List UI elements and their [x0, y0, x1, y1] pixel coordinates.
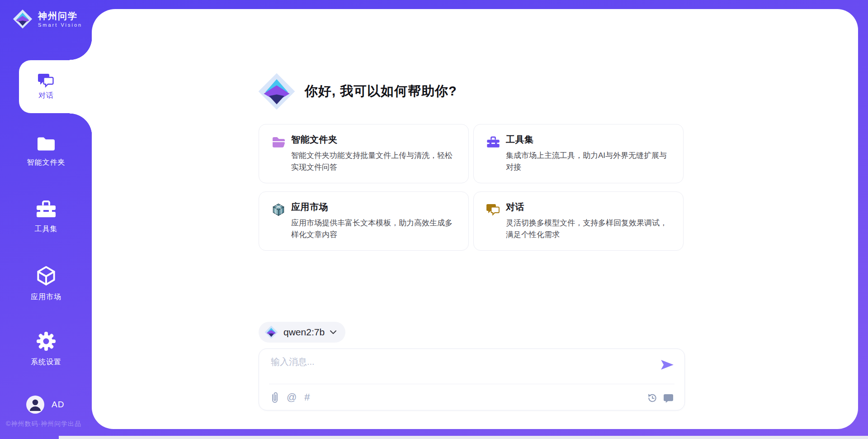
copyright-text: ©神州数码·神州问学出品: [6, 420, 81, 428]
model-selector[interactable]: qwen2:7b: [259, 322, 345, 343]
history-icon[interactable]: [647, 393, 657, 403]
card-description: 应用市场提供丰富长文本模板，助力高效生成多样化文章内容: [291, 217, 456, 241]
briefcase-icon: [486, 135, 500, 149]
chat-bubbles-icon: [486, 203, 500, 216]
app-root: 神州问学 Smart Vision 对话 智能文件夹 工具集: [0, 0, 868, 439]
greeting: 你好, 我可以如何帮助你?: [258, 72, 457, 110]
mention-icon[interactable]: @: [287, 392, 297, 403]
brand-logo: 神州问学 Smart Vision: [13, 9, 82, 29]
greeting-title: 你好, 我可以如何帮助你?: [305, 82, 457, 100]
sidebar-item-label: 对话: [38, 91, 54, 100]
message-composer: @ #: [259, 348, 685, 410]
brand-diamond-icon: [13, 9, 33, 29]
send-icon[interactable]: [660, 358, 675, 371]
card-title: 对话: [506, 201, 670, 213]
brand-name: 神州问学: [38, 10, 82, 21]
message-input[interactable]: [271, 356, 651, 381]
composer-divider: [269, 384, 675, 384]
sidebar-item-settings[interactable]: 系统设置: [0, 331, 92, 367]
sidebar-item-smart-folder[interactable]: 智能文件夹: [0, 135, 92, 167]
folder-icon: [36, 135, 57, 152]
assistant-diamond-icon: [258, 72, 296, 110]
card-app-market[interactable]: 应用市场 应用市场提供丰富长文本模板，助力高效生成多样化文章内容: [259, 191, 469, 251]
feedback-bubble-icon[interactable]: [663, 393, 674, 403]
gear-icon: [36, 331, 57, 352]
sidebar-item-label: 应用市场: [0, 292, 92, 302]
card-description: 智能文件夹功能支持批量文件上传与清洗，轻松实现文件问答: [291, 150, 456, 173]
folder-open-icon: [272, 135, 285, 149]
cube-grid-icon: [272, 203, 285, 216]
avatar: [26, 396, 44, 414]
cube-icon: [36, 265, 57, 286]
user-account[interactable]: AD: [26, 396, 64, 414]
feature-cards: 智能文件夹 智能文件夹功能支持批量文件上传与清洗，轻松实现文件问答 工具集 集成…: [259, 124, 684, 251]
chat-bubbles-icon: [38, 73, 54, 88]
sidebar-item-label: 系统设置: [0, 358, 92, 367]
card-title: 工具集: [506, 134, 670, 146]
horizontal-scrollbar[interactable]: [59, 436, 868, 439]
attachment-icon[interactable]: [271, 391, 279, 403]
card-title: 应用市场: [291, 201, 456, 213]
user-name: AD: [52, 400, 64, 410]
chevron-down-icon: [330, 330, 336, 334]
sidebar-item-app-market[interactable]: 应用市场: [0, 265, 92, 302]
model-name: qwen2:7b: [283, 327, 325, 338]
sidebar-item-toolset[interactable]: 工具集: [0, 200, 92, 234]
card-chat[interactable]: 对话 灵活切换多模型文件，支持多样回复效果调试，满足个性化需求: [473, 191, 684, 251]
card-description: 灵活切换多模型文件，支持多样回复效果调试，满足个性化需求: [506, 217, 670, 241]
card-smart-folder[interactable]: 智能文件夹 智能文件夹功能支持批量文件上传与清洗，轻松实现文件问答: [259, 124, 469, 183]
model-diamond-icon: [264, 325, 278, 339]
sidebar-item-label: 工具集: [0, 224, 92, 234]
sidebar-item-label: 智能文件夹: [0, 158, 92, 167]
topic-icon[interactable]: #: [304, 392, 310, 403]
tab-curve-top: [70, 38, 93, 60]
card-toolset[interactable]: 工具集 集成市场上主流工具，助力AI与外界无缝扩展与对接: [473, 124, 684, 183]
briefcase-icon: [36, 200, 57, 219]
brand-subtitle: Smart Vision: [38, 22, 82, 28]
sidebar-item-chat[interactable]: 对话: [19, 60, 93, 113]
card-description: 集成市场上主流工具，助力AI与外界无缝扩展与对接: [506, 150, 670, 173]
tab-curve-bottom: [70, 113, 93, 136]
card-title: 智能文件夹: [291, 134, 456, 146]
